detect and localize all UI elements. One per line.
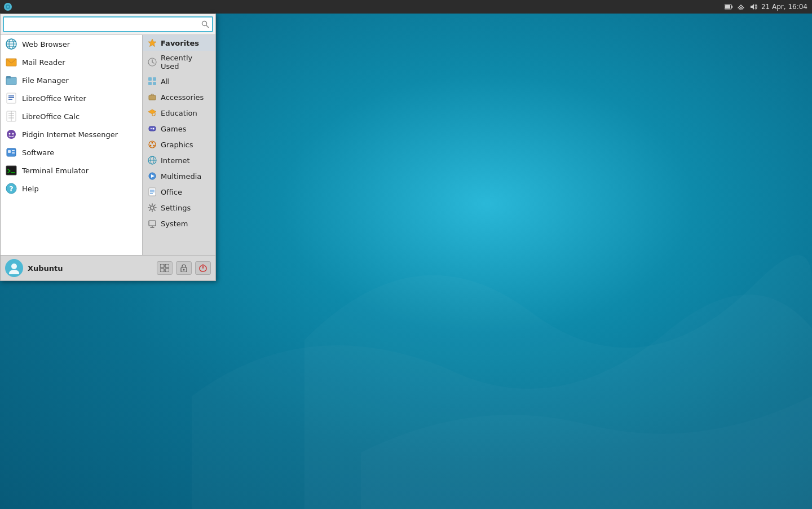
lock-button[interactable] [176,261,192,275]
help-label: Help [22,185,39,193]
svg-point-6 [740,9,742,10]
web-browser-icon [5,38,17,50]
education-category-label: Education [161,109,197,117]
category-item-all[interactable]: All [143,73,215,89]
svg-rect-17 [7,93,16,103]
help-icon: ? [5,182,17,195]
app-menu: Web Browser Mail Reader File Manager Lib… [0,14,216,281]
svg-marker-37 [148,39,156,47]
app-item-file-manager[interactable]: File Manager [1,71,142,89]
app-item-terminal[interactable]: Terminal Emulator [1,161,142,179]
app-item-mail-reader[interactable]: Mail Reader [1,53,142,71]
category-item-system[interactable]: System [143,216,215,231]
category-item-graphics[interactable]: Graphics [143,137,215,152]
web-browser-label: Web Browser [22,40,70,49]
app-item-software[interactable]: Software [1,143,142,161]
mail-reader-icon [5,56,17,68]
svg-point-63 [151,206,154,209]
search-button[interactable] [198,17,212,31]
app-item-help[interactable]: ? Help [1,179,142,198]
svg-rect-33 [6,166,16,175]
pidgin-icon [5,128,17,141]
category-item-games[interactable]: Games [143,121,215,137]
footer-actions [157,261,211,275]
recently-used-category-label: Recently Used [161,54,211,71]
svg-rect-72 [165,269,169,272]
settings-category-icon [147,203,157,213]
games-category-icon [147,124,157,134]
categories-panel: Favorites Recently Used All Accessories … [142,35,215,255]
category-item-office[interactable]: Office [143,184,215,200]
svg-point-2 [7,6,9,8]
xubuntu-logo-icon [3,2,12,11]
network-icon [736,2,745,11]
svg-point-49 [153,128,155,130]
software-label: Software [22,148,54,157]
mail-reader-label: Mail Reader [22,58,65,67]
pidgin-label: Pidgin Internet Messenger [22,130,118,139]
svg-rect-44 [153,82,156,85]
svg-rect-30 [8,150,11,153]
category-item-favorites[interactable]: Favorites [143,35,215,51]
svg-rect-16 [6,76,11,78]
category-item-internet[interactable]: Internet [143,152,215,168]
app-item-web-browser[interactable]: Web Browser [1,35,142,53]
internet-category-icon [147,155,157,165]
category-item-settings[interactable]: Settings [143,200,215,216]
terminal-icon [5,164,17,177]
recently-used-category-icon [147,57,157,67]
svg-rect-69 [160,264,164,267]
category-item-accessories[interactable]: Accessories [143,89,215,105]
taskbar-right: 21 Apr, 16:04 [724,2,812,11]
games-category-label: Games [161,125,186,133]
svg-point-52 [150,145,152,147]
svg-rect-4 [731,6,732,8]
system-category-label: System [161,220,188,228]
svg-rect-64 [149,221,156,226]
desktop-waves [192,114,812,509]
app-item-libreoffice-calc[interactable]: LibreOffice Calc [1,107,142,125]
app-list: Web Browser Mail Reader File Manager Lib… [1,35,142,255]
svg-line-8 [206,25,209,28]
libreoffice-calc-label: LibreOffice Calc [22,112,80,121]
app-item-libreoffice-writer[interactable]: LibreOffice Writer [1,89,142,107]
category-item-recently-used[interactable]: Recently Used [143,51,215,73]
svg-point-28 [12,133,14,135]
accessories-category-icon [147,92,157,102]
user-info: Xubuntu [5,259,63,277]
svg-rect-71 [160,269,164,272]
svg-rect-45 [149,95,156,100]
search-input-wrap [3,16,213,32]
taskbar: 21 Apr, 16:04 [0,0,812,14]
svg-point-27 [9,133,11,135]
taskbar-left [0,1,14,12]
screen-button[interactable] [157,261,173,275]
accessories-category-label: Accessories [161,93,204,102]
file-manager-icon [5,74,17,86]
taskbar-logo[interactable] [2,1,14,12]
search-input[interactable] [4,19,198,30]
svg-point-74 [183,269,185,271]
multimedia-category-icon [147,171,157,181]
svg-text:?: ? [9,185,14,193]
username: Xubuntu [28,264,63,273]
file-manager-label: File Manager [22,76,69,85]
search-icon [201,20,209,28]
libreoffice-writer-label: LibreOffice Writer [22,94,86,103]
avatar [5,259,23,277]
svg-point-68 [9,270,19,274]
svg-point-53 [153,145,155,147]
power-button[interactable] [195,261,211,275]
favorites-category-icon [147,38,157,48]
all-category-icon [147,76,157,86]
category-item-multimedia[interactable]: Multimedia [143,168,215,184]
app-item-pidgin[interactable]: Pidgin Internet Messenger [1,125,142,143]
search-bar [1,14,215,35]
svg-line-40 [152,62,154,63]
graphics-category-icon [147,139,157,150]
svg-point-51 [152,142,153,144]
volume-icon [749,2,758,11]
settings-category-label: Settings [161,204,191,212]
all-category-label: All [161,77,170,86]
category-item-education[interactable]: Education [143,105,215,121]
